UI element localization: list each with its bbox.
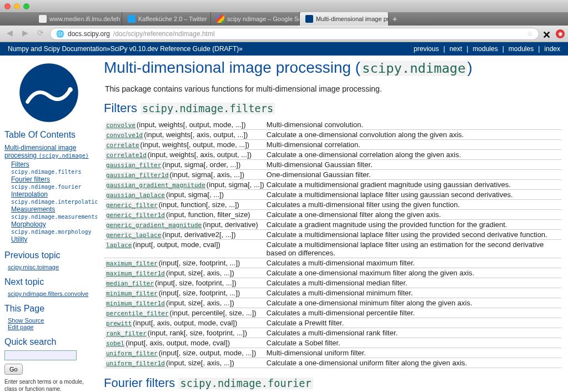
nav-modules[interactable]: modules <box>509 45 534 53</box>
browser-tab[interactable]: www.medien.ifi.lmu.de/leh <box>33 12 122 26</box>
window-zoom-icon[interactable] <box>23 3 29 9</box>
toc-link[interactable]: Utility <box>4 235 93 244</box>
api-row: uniform_filter1d(input, size[, axis, ...… <box>104 358 561 368</box>
api-desc: Calculates a multi-dimensional rank filt… <box>265 328 561 338</box>
api-row: prewitt(input[, axis, output, mode, cval… <box>104 318 561 328</box>
browser-tab[interactable]: Kaffeeküche 2.0 – Twitter <box>122 12 211 26</box>
toc-link-main[interactable]: Multi-dimensional image processing (scip… <box>4 143 93 160</box>
api-desc: Calculates a multi-dimensional median fi… <box>265 278 561 288</box>
api-desc: Multi-dimensional Gaussian filter. <box>265 160 561 170</box>
content-area[interactable]: Multi-dimensional image processing (scip… <box>97 56 568 392</box>
api-args: (input, sigma[, ...]) <box>166 190 224 199</box>
favicon-icon <box>217 15 224 23</box>
back-button[interactable]: ◀ <box>3 28 16 39</box>
api-row: gaussian_gradient_magnitude(input, sigma… <box>104 180 561 190</box>
api-fn-link[interactable]: convolve1d <box>105 132 144 139</box>
next-topic-link[interactable]: scipy.ndimage.filters.convolve <box>4 290 93 297</box>
api-fn-link[interactable]: convolve <box>105 122 137 129</box>
search-input[interactable] <box>4 350 77 360</box>
api-fn-link[interactable]: correlate <box>105 142 140 149</box>
api-desc: Calculate a gradient magnitude using the… <box>265 220 561 230</box>
api-fn-link[interactable]: minimum_filter1d <box>105 300 166 307</box>
api-args: (input, rank[, size, footprint, ...]) <box>148 329 247 337</box>
extension-adblock-icon[interactable]: ◉ <box>556 29 565 38</box>
api-row: minimum_filter1d(input, size[, axis, ...… <box>104 298 561 308</box>
nav-previous[interactable]: previous <box>414 45 439 53</box>
toc-link[interactable]: Filters <box>4 160 93 169</box>
api-row: convolve(input, weights[, output, mode, … <box>104 120 561 130</box>
api-row: gaussian_filter(input, sigma[, order, ..… <box>104 160 561 170</box>
show-source-link[interactable]: Show Source <box>4 317 93 324</box>
api-fn-link[interactable]: maximum_filter <box>105 260 159 267</box>
api-args: (input, derivative) <box>203 220 258 229</box>
api-fn-link[interactable]: prewitt <box>105 320 133 327</box>
toc-code: scipy.ndimage.filters <box>4 169 93 175</box>
api-fn-link[interactable]: uniform_filter1d <box>105 360 166 367</box>
api-row: generic_filter(input, function[, size, .… <box>104 200 561 210</box>
api-fn-link[interactable]: correlate1d <box>105 152 148 159</box>
api-args: (input, percentile[, size, ...]) <box>170 309 257 317</box>
quick-search-heading: Quick search <box>4 337 93 347</box>
intro-text: This package contains various functions … <box>105 84 560 93</box>
api-fn-link[interactable]: uniform_filter <box>105 350 159 357</box>
api-row: gaussian_laplace(input, sigma[, ...])Cal… <box>104 190 561 200</box>
favicon-icon <box>128 15 135 23</box>
toc-link[interactable]: Measurements <box>4 205 93 214</box>
toc-code: scipy.ndimage.morphology <box>4 229 93 235</box>
breadcrumb-guide[interactable]: SciPy v0.10.dev Reference Guide (DRAFT) <box>110 45 239 53</box>
api-fn-link[interactable]: generic_filter1d <box>105 212 166 219</box>
api-args: (input[, size, output, mode, ...]) <box>159 349 257 357</box>
api-fn-link[interactable]: generic_laplace <box>105 232 162 239</box>
api-row: maximum_filter(input[, size, footprint, … <box>104 258 561 268</box>
api-args: (input, function[, size, ...]) <box>159 200 239 209</box>
api-fn-link[interactable]: percentile_filter <box>105 310 170 317</box>
tab-label: www.medien.ifi.lmu.de/leh <box>49 16 120 22</box>
api-fn-link[interactable]: maximum_filter1d <box>105 270 166 277</box>
search-hint: Enter search terms or a module, class or… <box>4 378 93 392</box>
url-input[interactable]: 🌐 docs.scipy.org/doc/scipy/reference/ndi… <box>50 28 539 40</box>
api-fn-link[interactable]: generic_filter <box>105 202 159 209</box>
api-row: gaussian_filter1d(input, sigma[, axis, .… <box>104 170 561 180</box>
reload-button[interactable]: ⟳ <box>34 28 47 39</box>
nav-index[interactable]: index <box>544 45 560 53</box>
prev-topic-link[interactable]: scipy.misc.toimage <box>4 264 93 270</box>
new-tab-button[interactable]: + <box>389 12 401 26</box>
api-fn-link[interactable]: rank_filter <box>105 330 148 337</box>
url-path: /doc/scipy/reference/ndimage.html <box>113 30 215 38</box>
doc-top-nav: Numpy and Scipy Documentation » SciPy v0… <box>0 42 568 56</box>
edit-page-link[interactable]: Edit page <box>4 324 93 330</box>
api-desc: Calculate a one-dimensional uniform filt… <box>265 358 561 368</box>
browser-tab-active[interactable]: Multi-dimensional image pr... <box>300 12 389 26</box>
api-desc: Calculate a multidimensional laplace fil… <box>265 190 561 200</box>
api-fn-link[interactable]: gaussian_gradient_magnitude <box>105 182 207 189</box>
extension-icon[interactable]: ✕ <box>542 29 552 39</box>
fourier-heading: Fourier filters scipy.ndimage.fourier <box>104 376 561 390</box>
api-fn-link[interactable]: gaussian_laplace <box>105 192 166 199</box>
toc-link[interactable]: Morphology <box>4 220 93 229</box>
browser-tab[interactable]: scipy ndimage – Google Se... <box>211 12 300 26</box>
api-fn-link[interactable]: laplace <box>105 242 133 249</box>
api-args: (input[, size, footprint, ...]) <box>159 289 240 297</box>
api-fn-link[interactable]: generic_gradient_magnitude <box>105 222 203 229</box>
api-desc: One-dimensional Gaussian filter. <box>265 170 561 180</box>
window-close-icon[interactable] <box>4 3 11 9</box>
api-fn-link[interactable]: median_filter <box>105 280 155 287</box>
api-fn-link[interactable]: gaussian_filter1d <box>105 172 170 179</box>
api-fn-link[interactable]: gaussian_filter <box>105 162 162 169</box>
api-fn-link[interactable]: minimum_filter <box>105 290 159 297</box>
nav-modules[interactable]: modules <box>473 45 497 53</box>
api-args: (input, weights[, output, mode, ...]) <box>137 120 246 129</box>
window-minimize-icon[interactable] <box>14 3 20 9</box>
bookmark-star-icon[interactable]: ☆ <box>527 30 533 38</box>
toc-link[interactable]: Fourier filters <box>4 175 93 184</box>
forward-button[interactable]: ▶ <box>19 28 31 39</box>
api-fn-link[interactable]: sobel <box>105 340 125 347</box>
svg-point-1 <box>68 87 73 92</box>
search-go-button[interactable]: Go <box>4 364 23 375</box>
api-args: (input, sigma[, order, ...]) <box>162 160 240 169</box>
nav-next[interactable]: next <box>450 45 463 53</box>
api-args: (input, sigma[, ...]) <box>207 180 264 189</box>
breadcrumb-home[interactable]: Numpy and Scipy Documentation <box>8 45 107 53</box>
toc-link[interactable]: Interpolation <box>4 190 93 199</box>
url-domain: docs.scipy.org <box>68 30 110 38</box>
